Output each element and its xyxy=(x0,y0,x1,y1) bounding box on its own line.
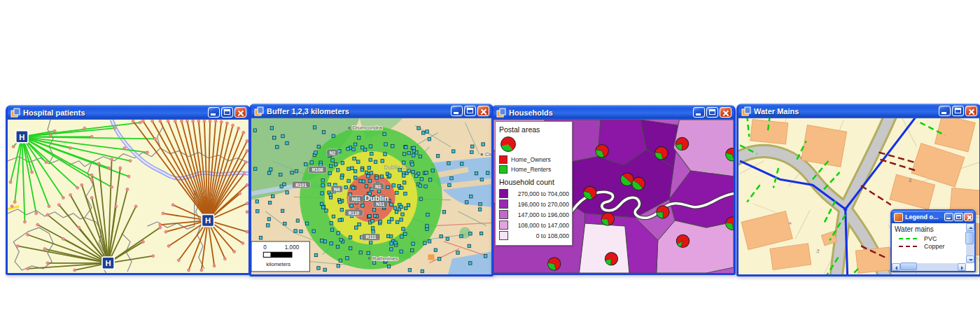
address-point xyxy=(369,241,372,244)
address-point xyxy=(281,134,284,138)
address-point xyxy=(405,146,407,149)
address-point xyxy=(448,183,451,187)
legend-label: Home_Renters xyxy=(511,166,551,173)
patient-dot xyxy=(46,214,49,216)
place-label: Rathmines xyxy=(372,255,398,262)
patient-dot xyxy=(192,120,195,122)
maximize-button[interactable] xyxy=(954,213,963,221)
address-point xyxy=(369,145,372,148)
address-point xyxy=(424,241,426,245)
legend-window-title: Legend o... xyxy=(905,214,942,220)
titlebar[interactable]: Households xyxy=(493,105,734,120)
vertical-scroll-thumb[interactable] xyxy=(965,232,974,244)
road-shield-label: N2 xyxy=(330,150,336,155)
patient-dot xyxy=(167,244,170,247)
titlebar[interactable]: Water Mains xyxy=(738,104,979,118)
address-point xyxy=(329,164,332,168)
scale-zero: 0 xyxy=(263,244,267,251)
address-point xyxy=(368,214,371,218)
patient-dot xyxy=(9,181,12,183)
legend-class-item: 270,000 to 704,000 xyxy=(499,189,569,198)
patient-dot xyxy=(78,226,80,229)
address-point xyxy=(392,184,395,188)
minimize-button[interactable] xyxy=(939,106,951,116)
scroll-down-button[interactable] xyxy=(966,255,974,263)
horizontal-scrollbar[interactable] xyxy=(892,263,966,271)
address-point xyxy=(384,153,386,156)
vertical-scrollbar[interactable] xyxy=(966,223,974,263)
address-point xyxy=(337,265,340,268)
legend-titlebar[interactable]: Legend o... xyxy=(892,211,974,223)
address-point xyxy=(400,218,402,222)
map-water-mains[interactable]: 67914 Legend o... Water mains xyxy=(738,118,979,274)
close-button[interactable] xyxy=(477,106,489,116)
map-buffer[interactable]: N2R108R101N4N1N81N11R110R111DrumcondraDu… xyxy=(251,118,491,274)
address-point xyxy=(323,240,326,244)
maximize-button[interactable] xyxy=(952,106,964,116)
patient-dot xyxy=(200,269,203,272)
scroll-left-button[interactable] xyxy=(892,263,900,271)
address-point xyxy=(341,162,344,165)
horizontal-scroll-thumb[interactable] xyxy=(900,262,917,270)
close-button[interactable] xyxy=(964,213,973,221)
address-point xyxy=(339,259,342,262)
patient-dot xyxy=(119,167,122,169)
address-point xyxy=(314,151,317,155)
patient-dot xyxy=(239,192,241,195)
address-point xyxy=(380,175,383,178)
maximize-button[interactable] xyxy=(706,107,718,118)
patient-dot xyxy=(113,127,116,130)
patient-dot xyxy=(111,186,113,188)
address-point xyxy=(431,169,434,172)
address-point xyxy=(381,160,384,163)
minimize-button[interactable] xyxy=(451,106,463,116)
patient-dot xyxy=(132,120,134,122)
address-point xyxy=(371,227,374,230)
address-point xyxy=(346,257,349,260)
address-point xyxy=(365,171,368,174)
map-window-icon xyxy=(254,106,264,116)
address-point xyxy=(393,206,396,210)
legend-title: Postal areas xyxy=(499,125,569,134)
address-point xyxy=(421,270,424,273)
scroll-up-button[interactable] xyxy=(966,223,974,231)
close-button[interactable] xyxy=(720,107,732,118)
patient-dot xyxy=(46,262,49,265)
minimize-button[interactable] xyxy=(944,213,953,221)
window-title: Hospital patients xyxy=(23,108,205,117)
scale-bar: 0 1.000 kilometers xyxy=(251,241,309,272)
address-point xyxy=(365,185,368,188)
legend-header: Water mains xyxy=(895,225,965,233)
titlebar[interactable]: Hospital patients xyxy=(8,105,248,120)
minimize-button[interactable] xyxy=(208,107,220,118)
window-water-mains: Water Mains xyxy=(736,104,980,276)
hospital-label: H xyxy=(205,216,211,225)
address-point xyxy=(369,158,372,162)
address-point xyxy=(328,172,331,175)
address-point xyxy=(325,209,328,213)
legend-item: PVC xyxy=(897,235,965,242)
minimize-button[interactable] xyxy=(693,107,705,118)
address-point xyxy=(328,183,330,186)
address-point xyxy=(420,178,423,181)
legend-window[interactable]: Legend o... Water mains PVC Copper xyxy=(890,209,976,272)
dash-sample xyxy=(897,244,921,249)
maximize-button[interactable] xyxy=(464,106,476,116)
legend-label: 0 to 108,000 xyxy=(512,232,569,239)
address-point xyxy=(371,219,374,223)
scroll-right-button[interactable] xyxy=(958,263,966,271)
map-hospital-patients[interactable]: HHH xyxy=(8,120,248,273)
close-button[interactable] xyxy=(965,106,977,116)
close-button[interactable] xyxy=(234,107,246,118)
address-point xyxy=(425,171,428,174)
address-point xyxy=(347,167,350,171)
titlebar[interactable]: Buffer 1,2,3 kilometers xyxy=(251,104,491,118)
patient-dot xyxy=(203,120,206,122)
maximize-button[interactable] xyxy=(221,107,233,118)
map-households[interactable]: Postal areas Home_Owners Home_Renters Ho… xyxy=(493,120,734,273)
address-point xyxy=(312,230,315,233)
address-point xyxy=(426,225,428,228)
address-point xyxy=(479,232,482,235)
address-point xyxy=(349,236,351,239)
address-point xyxy=(300,230,302,233)
